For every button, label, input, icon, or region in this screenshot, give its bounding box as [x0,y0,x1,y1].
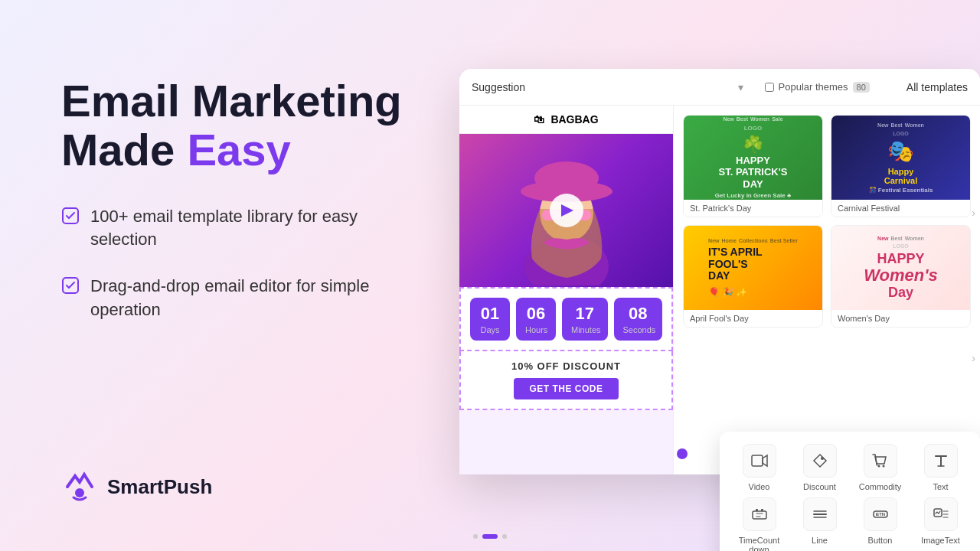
hours-label: Hours [525,325,547,334]
get-code-button[interactable]: GET THE CODE [514,378,618,399]
suggestion-label: Suggestion [472,81,732,93]
stpatrick-title: HAPPYST. PATRICK'SDAY [718,155,787,191]
commodity-label: Commodity [859,482,902,491]
svg-point-2 [75,488,84,497]
template-img-carnival: New Best Women LOGO 🎭 HappyCarnival 🎊 Fe… [831,116,970,200]
stpatrick-label: St. Patrick's Day [684,200,822,217]
imagetext-icon [924,497,958,531]
timecountdown-icon [743,497,776,531]
confetti: 🎈 🎉 ✨ [708,287,747,298]
popular-themes-checkbox[interactable] [765,83,774,92]
discount-label: Discount [803,482,836,491]
email-content: 01 Days 06 Hours 17 Minutes [459,134,673,474]
video-label: Video [749,482,770,491]
play-icon [561,204,573,217]
headline-line1: Email Marketing [61,76,402,126]
video-icon [743,444,776,478]
check-icon-1 [61,207,80,225]
template-card-aprilfools[interactable]: NewHomeCollectionsBest Seller IT'S APRIL… [683,225,823,328]
stpatrick-mini-nav: NewBestWomenSale [723,116,782,122]
logo-text: SmartPush [107,475,212,499]
feature-text-2: Drag-and-drop email editor for simple op… [90,275,429,322]
logo-section: SmartPush [61,468,212,505]
tool-timecountdown[interactable]: TimeCount down [732,497,786,551]
womens-title: HAPPYWomen'sDay [864,252,938,301]
countdown-row: 01 Days 06 Hours 17 Minutes [470,298,662,341]
template-card-carnival[interactable]: New Best Women LOGO 🎭 HappyCarnival 🎊 Fe… [831,115,971,217]
line-label: Line [812,536,828,545]
template-img-womens: NewBestWomen LOGO HAPPYWomen'sDay [831,226,970,310]
tool-discount[interactable]: Discount [792,444,847,491]
carnival-label: Carnival Festival [831,200,970,217]
editor-panel: Suggestion ▾ Popular themes 80 All templ… [459,69,980,474]
features-list: 100+ email template library for easy sel… [61,205,429,322]
seconds-box: 08 Seconds [614,298,662,341]
tool-commodity[interactable]: Commodity [853,444,907,491]
discount-icon [803,444,837,478]
stpatrick-content: NewBestWomenSale LOGO ☘️ HAPPYST. PATRIC… [709,116,798,200]
stpatrick-shamrock: ☘️ [743,135,763,155]
template-nav-up[interactable]: › [972,207,975,219]
minutes-box: 17 Minutes [562,298,608,341]
suggestion-chevron-icon[interactable]: ▾ [738,81,743,93]
svg-point-13 [877,465,880,468]
tool-imagetext[interactable]: ImageText [913,497,968,551]
indicator-dot-2 [482,534,498,539]
days-label: Days [479,325,501,334]
button-label: Button [868,536,893,545]
carnival-logo: LOGO [893,131,909,136]
tool-button[interactable]: BTN Button [853,497,907,551]
timecountdown-label: TimeCount down [732,536,786,551]
minutes-value: 17 [571,304,599,324]
tools-grid: Video Discount [732,444,968,551]
templates-grid: NewBestWomenSale LOGO ☘️ HAPPYST. PATRIC… [683,115,971,328]
template-nav-down[interactable]: › [972,352,975,364]
seconds-label: Seconds [623,325,653,334]
video-play-button[interactable] [550,194,583,227]
headline: Email Marketing Made Easy [61,77,429,174]
left-section: Email Marketing Made Easy 100+ email tem… [61,77,429,322]
all-templates-label: All templates [906,81,968,93]
tool-video[interactable]: Video [732,444,786,491]
aprilfools-label: April Fool's Day [684,310,822,327]
right-section: Suggestion ▾ Popular themes 80 All templ… [459,69,980,497]
days-value: 01 [479,304,501,324]
tool-text[interactable]: Text [913,444,968,491]
smartpush-logo-icon [61,468,98,505]
text-label: Text [933,482,948,491]
carnival-title: HappyCarnival [884,167,917,185]
svg-point-7 [534,161,599,195]
template-card-womens[interactable]: NewBestWomen LOGO HAPPYWomen'sDay Women'… [831,225,971,328]
page-indicator [473,534,507,539]
headline-highlight: Easy [187,125,290,174]
countdown-section: 01 Days 06 Hours 17 Minutes [459,287,673,351]
svg-point-14 [882,465,884,468]
days-box: 01 Days [470,298,510,341]
check-icon-2 [61,276,80,295]
popular-themes-label: Popular themes [779,81,848,93]
stpatrick-logo: LOGO [744,125,763,132]
line-icon [803,497,837,531]
womens-content: NewBestWomen LOGO HAPPYWomen'sDay [858,226,944,310]
svg-text:BTN: BTN [875,512,884,517]
popular-badge: 80 [853,82,870,93]
aprilfools-content: NewHomeCollectionsBest Seller IT'S APRIL… [701,226,805,310]
email-preview-panel: ‹ › 🛍 BAGBAG [459,106,674,474]
svg-rect-11 [752,455,763,466]
feature-text-1: 100+ email template library for easy sel… [90,205,429,253]
womens-label: Women's Day [831,310,970,327]
indicator-dot-1 [473,534,478,539]
template-card-stpatrick[interactable]: NewBestWomenSale LOGO ☘️ HAPPYST. PATRIC… [683,115,823,217]
template-img-aprilfools: NewHomeCollectionsBest Seller IT'S APRIL… [684,226,822,310]
panel-body: ‹ › 🛍 BAGBAG [459,106,980,474]
carnival-subtitle: 🎊 Festival Essentials [869,187,933,194]
tools-panel: Video Discount [720,432,980,551]
mask-icon: 🎭 [887,139,914,164]
womens-nav: NewBestWomen [877,236,924,241]
templates-panel: NewBestWomenSale LOGO ☘️ HAPPYST. PATRIC… [674,106,980,474]
tool-line[interactable]: Line [792,497,847,551]
svg-rect-17 [761,509,763,511]
headline-line2-prefix: Made [61,125,187,174]
minutes-label: Minutes [571,325,599,334]
svg-rect-15 [753,511,766,519]
